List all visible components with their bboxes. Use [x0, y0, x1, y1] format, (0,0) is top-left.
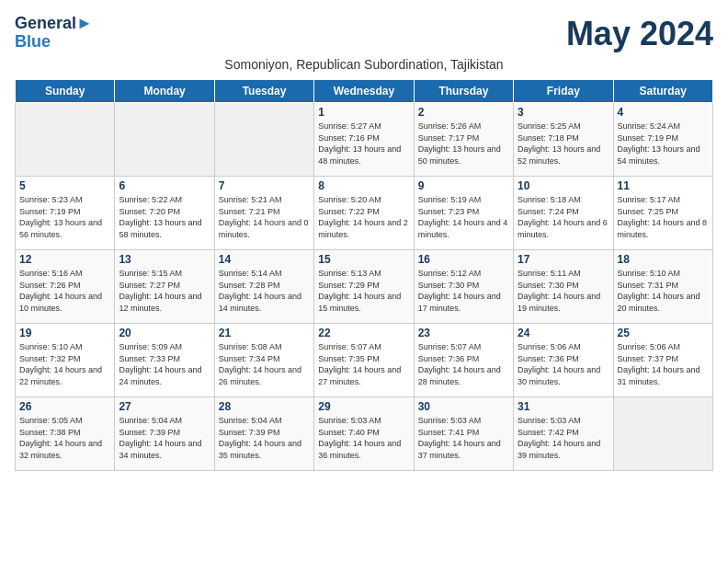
day-number: 20	[119, 327, 210, 339]
calendar-cell: 18Sunrise: 5:10 AMSunset: 7:31 PMDayligh…	[613, 250, 712, 324]
calendar-cell	[613, 397, 712, 471]
day-number: 25	[618, 327, 709, 339]
cell-info: Sunrise: 5:15 AMSunset: 7:27 PMDaylight:…	[119, 268, 210, 314]
calendar-week-row: 5Sunrise: 5:23 AMSunset: 7:19 PMDaylight…	[16, 177, 713, 250]
calendar-cell: 27Sunrise: 5:04 AMSunset: 7:39 PMDayligh…	[115, 397, 214, 471]
calendar-cell: 7Sunrise: 5:21 AMSunset: 7:21 PMDaylight…	[214, 177, 313, 250]
calendar-cell: 17Sunrise: 5:11 AMSunset: 7:30 PMDayligh…	[514, 250, 613, 324]
day-number: 3	[518, 106, 609, 119]
cell-info: Sunrise: 5:10 AMSunset: 7:32 PMDaylight:…	[19, 341, 110, 387]
day-number: 6	[119, 179, 210, 192]
day-number: 13	[119, 253, 210, 266]
day-number: 31	[518, 400, 609, 413]
logo: General► Blue	[15, 15, 93, 52]
cell-info: Sunrise: 5:22 AMSunset: 7:20 PMDaylight:…	[119, 194, 210, 240]
cell-info: Sunrise: 5:12 AMSunset: 7:30 PMDaylight:…	[418, 268, 509, 314]
calendar-cell: 16Sunrise: 5:12 AMSunset: 7:30 PMDayligh…	[414, 250, 513, 324]
cell-info: Sunrise: 5:08 AMSunset: 7:34 PMDaylight:…	[219, 341, 310, 387]
cell-info: Sunrise: 5:05 AMSunset: 7:38 PMDaylight:…	[19, 415, 110, 461]
month-title: May 2024	[566, 15, 713, 53]
calendar-cell: 4Sunrise: 5:24 AMSunset: 7:19 PMDaylight…	[613, 103, 712, 177]
calendar-week-row: 19Sunrise: 5:10 AMSunset: 7:32 PMDayligh…	[16, 324, 713, 397]
day-number: 30	[418, 400, 509, 413]
calendar-cell: 13Sunrise: 5:15 AMSunset: 7:27 PMDayligh…	[115, 250, 214, 324]
cell-info: Sunrise: 5:06 AMSunset: 7:36 PMDaylight:…	[518, 341, 609, 387]
calendar-week-row: 12Sunrise: 5:16 AMSunset: 7:26 PMDayligh…	[16, 250, 713, 324]
cell-info: Sunrise: 5:07 AMSunset: 7:35 PMDaylight:…	[318, 341, 409, 387]
logo-text: General►	[15, 15, 93, 33]
calendar-cell: 5Sunrise: 5:23 AMSunset: 7:19 PMDaylight…	[16, 177, 115, 250]
calendar-cell: 14Sunrise: 5:14 AMSunset: 7:28 PMDayligh…	[214, 250, 313, 324]
day-number: 14	[219, 253, 310, 266]
calendar-cell: 26Sunrise: 5:05 AMSunset: 7:38 PMDayligh…	[16, 397, 115, 471]
day-number: 12	[19, 253, 110, 266]
day-number: 8	[318, 179, 409, 192]
cell-info: Sunrise: 5:03 AMSunset: 7:40 PMDaylight:…	[318, 415, 409, 461]
cell-info: Sunrise: 5:25 AMSunset: 7:18 PMDaylight:…	[518, 121, 609, 167]
calendar-cell: 1Sunrise: 5:27 AMSunset: 7:16 PMDaylight…	[314, 103, 414, 177]
cell-info: Sunrise: 5:13 AMSunset: 7:29 PMDaylight:…	[318, 268, 409, 314]
day-number: 15	[318, 253, 409, 266]
calendar-cell: 9Sunrise: 5:19 AMSunset: 7:23 PMDaylight…	[414, 177, 513, 250]
calendar-cell: 22Sunrise: 5:07 AMSunset: 7:35 PMDayligh…	[314, 324, 414, 397]
day-number: 2	[418, 106, 509, 119]
calendar-cell: 28Sunrise: 5:04 AMSunset: 7:39 PMDayligh…	[214, 397, 313, 471]
day-number: 26	[19, 400, 110, 413]
day-number: 23	[418, 327, 509, 339]
calendar-week-row: 26Sunrise: 5:05 AMSunset: 7:38 PMDayligh…	[16, 397, 713, 471]
cell-info: Sunrise: 5:04 AMSunset: 7:39 PMDaylight:…	[219, 415, 310, 461]
cell-info: Sunrise: 5:17 AMSunset: 7:25 PMDaylight:…	[618, 194, 709, 240]
weekday-header-row: SundayMondayTuesdayWednesdayThursdayFrid…	[16, 80, 713, 103]
calendar-cell	[214, 103, 313, 177]
cell-info: Sunrise: 5:21 AMSunset: 7:21 PMDaylight:…	[219, 194, 310, 240]
logo-blue-text: Blue	[15, 33, 51, 52]
calendar-cell: 25Sunrise: 5:06 AMSunset: 7:37 PMDayligh…	[613, 324, 712, 397]
calendar-cell: 19Sunrise: 5:10 AMSunset: 7:32 PMDayligh…	[16, 324, 115, 397]
calendar-cell: 31Sunrise: 5:03 AMSunset: 7:42 PMDayligh…	[514, 397, 613, 471]
cell-info: Sunrise: 5:19 AMSunset: 7:23 PMDaylight:…	[418, 194, 509, 240]
day-number: 17	[518, 253, 609, 266]
calendar-cell	[115, 103, 214, 177]
cell-info: Sunrise: 5:24 AMSunset: 7:19 PMDaylight:…	[618, 121, 709, 167]
day-number: 16	[418, 253, 509, 266]
cell-info: Sunrise: 5:18 AMSunset: 7:24 PMDaylight:…	[518, 194, 609, 240]
day-number: 11	[618, 179, 709, 192]
calendar-cell: 8Sunrise: 5:20 AMSunset: 7:22 PMDaylight…	[314, 177, 414, 250]
day-number: 5	[19, 179, 110, 192]
cell-info: Sunrise: 5:03 AMSunset: 7:41 PMDaylight:…	[418, 415, 509, 461]
calendar-cell: 3Sunrise: 5:25 AMSunset: 7:18 PMDaylight…	[514, 103, 613, 177]
calendar-week-row: 1Sunrise: 5:27 AMSunset: 7:16 PMDaylight…	[16, 103, 713, 177]
weekday-header-saturday: Saturday	[613, 80, 712, 103]
day-number: 18	[618, 253, 709, 266]
weekday-header-thursday: Thursday	[414, 80, 513, 103]
calendar-cell: 10Sunrise: 5:18 AMSunset: 7:24 PMDayligh…	[514, 177, 613, 250]
cell-info: Sunrise: 5:06 AMSunset: 7:37 PMDaylight:…	[618, 341, 709, 387]
day-number: 21	[219, 327, 310, 339]
cell-info: Sunrise: 5:20 AMSunset: 7:22 PMDaylight:…	[318, 194, 409, 240]
cell-info: Sunrise: 5:26 AMSunset: 7:17 PMDaylight:…	[418, 121, 509, 167]
cell-info: Sunrise: 5:27 AMSunset: 7:16 PMDaylight:…	[318, 121, 409, 167]
day-number: 4	[618, 106, 709, 119]
subtitle: Somoniyon, Republican Subordination, Taj…	[15, 57, 713, 72]
cell-info: Sunrise: 5:10 AMSunset: 7:31 PMDaylight:…	[618, 268, 709, 314]
cell-info: Sunrise: 5:04 AMSunset: 7:39 PMDaylight:…	[119, 415, 210, 461]
day-number: 27	[119, 400, 210, 413]
cell-info: Sunrise: 5:14 AMSunset: 7:28 PMDaylight:…	[219, 268, 310, 314]
calendar-cell: 23Sunrise: 5:07 AMSunset: 7:36 PMDayligh…	[414, 324, 513, 397]
weekday-header-wednesday: Wednesday	[314, 80, 414, 103]
calendar-cell: 29Sunrise: 5:03 AMSunset: 7:40 PMDayligh…	[314, 397, 414, 471]
day-number: 22	[318, 327, 409, 339]
day-number: 29	[318, 400, 409, 413]
calendar-cell	[16, 103, 115, 177]
calendar-cell: 6Sunrise: 5:22 AMSunset: 7:20 PMDaylight…	[115, 177, 214, 250]
calendar-cell: 30Sunrise: 5:03 AMSunset: 7:41 PMDayligh…	[414, 397, 513, 471]
day-number: 1	[318, 106, 409, 119]
cell-info: Sunrise: 5:11 AMSunset: 7:30 PMDaylight:…	[518, 268, 609, 314]
weekday-header-monday: Monday	[115, 80, 214, 103]
day-number: 24	[518, 327, 609, 339]
weekday-header-tuesday: Tuesday	[214, 80, 313, 103]
day-number: 7	[219, 179, 310, 192]
header-area: General► Blue May 2024	[15, 15, 713, 53]
calendar-cell: 24Sunrise: 5:06 AMSunset: 7:36 PMDayligh…	[514, 324, 613, 397]
cell-info: Sunrise: 5:03 AMSunset: 7:42 PMDaylight:…	[518, 415, 609, 461]
